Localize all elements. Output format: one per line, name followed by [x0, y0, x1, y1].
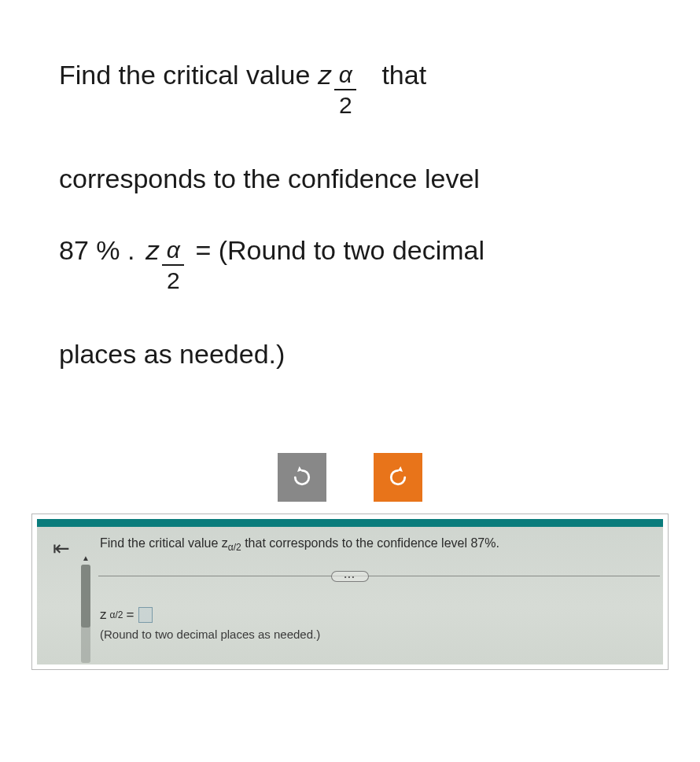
subscript: α/2 — [228, 542, 241, 553]
question-text: Find the critical value z α 2 that corre… — [59, 55, 641, 374]
answer-row: zα/2 = — [100, 607, 153, 623]
fraction-numerator: α — [167, 237, 180, 263]
undo-icon — [290, 466, 314, 489]
fraction-numerator: α — [339, 61, 352, 87]
fraction-bar — [162, 264, 184, 266]
arrow-glyph: ⇤ — [53, 536, 70, 560]
ellipsis-icon: ••• — [344, 573, 356, 580]
text-segment: = (Round to two decimal — [195, 230, 484, 271]
fraction-alpha-2: α 2 — [334, 61, 356, 118]
rounding-note: (Round to two decimal places as needed.) — [100, 628, 320, 641]
inner-question-text: Find the critical value zα/2 that corres… — [100, 536, 499, 553]
z-alpha-over-2: z α 2 — [146, 230, 184, 287]
app-header-bar — [37, 519, 663, 527]
fraction-denominator: 2 — [167, 267, 180, 293]
equals-sign: = — [126, 607, 134, 623]
z-alpha-over-2: z α 2 — [318, 55, 356, 112]
undo-button[interactable] — [278, 453, 326, 502]
question-line-4: places as needed.) — [59, 334, 641, 374]
text-segment: Find the critical value — [59, 55, 310, 95]
question-line-1: Find the critical value z α 2 that — [59, 55, 641, 112]
answer-input[interactable] — [138, 607, 153, 623]
question-area: Find the critical value z α 2 that corre… — [0, 0, 700, 374]
redo-icon — [386, 466, 410, 489]
fraction-bar — [334, 89, 356, 90]
embedded-screenshot: ⇤ Find the critical value zα/2 that corr… — [37, 519, 663, 664]
z-label: z — [100, 607, 107, 623]
z-symbol: z — [318, 55, 331, 95]
subscript: α/2 — [110, 609, 123, 620]
fraction-denominator: 2 — [339, 92, 352, 118]
z-symbol: z — [146, 230, 159, 271]
divider — [98, 576, 660, 576]
embedded-screenshot-frame: ⇤ Find the critical value zα/2 that corr… — [31, 514, 669, 670]
text-segment: 87 % . — [59, 230, 134, 271]
question-line-3: 87 % . z α 2 = (Round to two decimal — [59, 230, 641, 287]
redo-button[interactable] — [374, 453, 422, 502]
control-buttons — [0, 453, 700, 502]
scrollbar-up-arrow-icon[interactable]: ▲ — [80, 554, 91, 563]
question-line-2: corresponds to the confidence level — [59, 159, 641, 199]
scrollbar-thumb[interactable] — [81, 565, 90, 628]
text-segment: Find the critical value z — [100, 536, 228, 550]
collapse-arrow-icon[interactable]: ⇤ — [53, 536, 70, 561]
fraction-alpha-2: α 2 — [162, 237, 184, 293]
text-segment: that — [381, 55, 426, 95]
text-segment: that corresponds to the confidence level… — [241, 536, 499, 550]
expand-pill-button[interactable]: ••• — [331, 571, 369, 582]
